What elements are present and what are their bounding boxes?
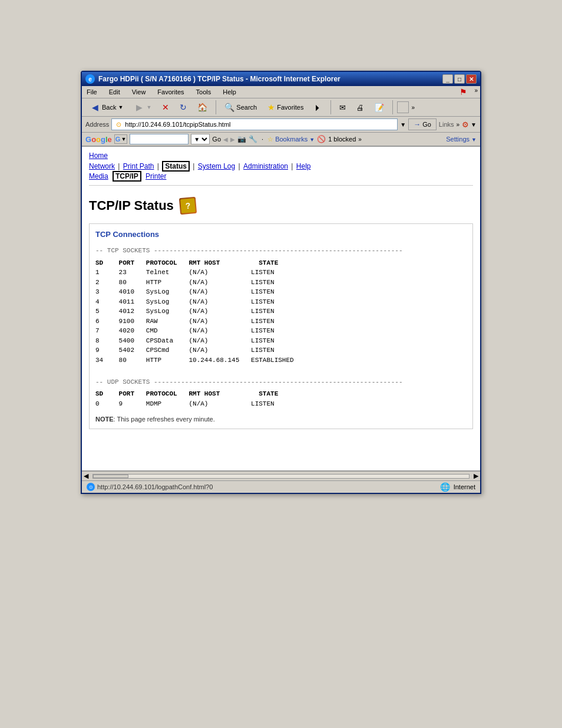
horizontal-scrollbar[interactable]: ◀ ▶	[82, 471, 480, 480]
help-book-icon[interactable]	[179, 197, 197, 215]
maximize-button[interactable]: □	[454, 74, 465, 84]
edit-btn[interactable]: 📝	[371, 101, 388, 114]
menu-tools[interactable]: Tools	[194, 87, 214, 97]
nav-help[interactable]: Help	[296, 162, 311, 170]
search-label: Search	[236, 104, 257, 111]
tcp-table-area: -- TCP SOCKETS -------------------------…	[95, 246, 467, 409]
google-bookmarks-button[interactable]: ☆ Bookmarks ▼	[267, 136, 315, 143]
favorites-button[interactable]: ★ Favorites	[263, 101, 308, 114]
status-bar: ⊙ http://10.244.69.101/logpathConf.html?…	[82, 480, 480, 493]
links-label: Links	[439, 121, 454, 128]
back-dropdown-icon[interactable]: ▼	[118, 104, 123, 110]
nav-network[interactable]: Network	[89, 162, 115, 170]
address-dropdown-icon[interactable]: ▼	[400, 121, 406, 128]
google-dropdown-icon[interactable]: ▼	[121, 136, 126, 142]
nav-links: Home Network | Print Path | Status | Sys…	[89, 151, 473, 180]
nav-print-path[interactable]: Print Path	[123, 162, 154, 170]
status-right: 🌐 Internet	[440, 482, 475, 492]
links-bar: Links »	[439, 121, 459, 128]
refresh-button[interactable]: ↻	[176, 101, 191, 114]
nav-home[interactable]: Home	[89, 151, 473, 160]
google-search-input[interactable]	[130, 134, 189, 144]
toolbar-expand[interactable]: »	[474, 87, 478, 97]
toolbar-separator-2	[330, 100, 331, 114]
status-left: ⊙ http://10.244.69.101/logpathConf.html?…	[87, 483, 213, 491]
table-row: 9 5402 CPSCmd (N/A) LISTEN	[95, 345, 467, 355]
google-options-icon: 🔧	[249, 135, 257, 143]
table-row: 34 80 HTTP 10.244.68.145 ESTABLISHED	[95, 355, 467, 365]
google-go-label[interactable]: Go	[212, 136, 221, 143]
note-text: NOTE: This page refreshes every minute.	[95, 416, 467, 423]
menu-help[interactable]: Help	[220, 87, 239, 97]
google-logo: Google	[85, 135, 112, 144]
menu-edit[interactable]: Edit	[107, 87, 123, 97]
table-row: 1 23 Telnet (N/A) LISTEN	[95, 268, 467, 278]
window-title: Fargo HDPii ( S/N A7160166 ) TCP/IP Stat…	[98, 75, 340, 83]
menu-view[interactable]: View	[130, 87, 148, 97]
toolbar-separator-3	[392, 100, 393, 114]
tcp-columns-header: SD PORT PROTOCOL RMT HOST STATE	[95, 258, 467, 268]
forward-arrow-icon: ▶	[134, 102, 144, 113]
blocked-label: 1 blocked	[328, 136, 356, 143]
back-button[interactable]: ◀ Back ▼	[85, 100, 127, 114]
refresh-icon: ↻	[180, 103, 187, 112]
print-button[interactable]: 🖨	[352, 101, 368, 114]
forward-button[interactable]: ▶ ▼	[130, 100, 156, 114]
edit-icon: 📝	[375, 103, 384, 112]
menu-file[interactable]: File	[84, 87, 100, 97]
scroll-left-arrow[interactable]: ◀	[82, 472, 90, 480]
google-language-select[interactable]: ▼	[191, 134, 210, 144]
note-label: NOTE	[95, 416, 114, 423]
address-input[interactable]: ⊙ http://10.244.69.101/tcpipStatus.html	[111, 118, 398, 130]
stop-button[interactable]: ✕	[158, 101, 173, 114]
toolbar-icon-box	[397, 101, 409, 113]
scroll-right-arrow[interactable]: ▶	[472, 472, 480, 480]
nav-row-2: Media TCP/IP Printer	[89, 172, 473, 180]
google-arrow2: ▶	[230, 136, 235, 143]
toolbar-separator-1	[216, 100, 216, 114]
nav-printer[interactable]: Printer	[146, 172, 166, 180]
page-title-text: TCP/IP Status	[89, 198, 174, 213]
table-row: 8 5400 CPSData (N/A) LISTEN	[95, 336, 467, 346]
nav-media[interactable]: Media	[89, 172, 108, 180]
favorites-label: Favorites	[277, 104, 303, 111]
nav-tcpip-current: TCP/IP	[113, 171, 141, 182]
bookmarks-dropdown[interactable]: ▼	[309, 137, 315, 143]
links-expand[interactable]: »	[457, 121, 460, 128]
nav-row-1: Network | Print Path | Status | System L…	[89, 162, 473, 170]
address-url: http://10.244.69.101/tcpipStatus.html	[125, 121, 230, 128]
browser-window: e Fargo HDPii ( S/N A7160166 ) TCP/IP St…	[81, 71, 481, 494]
menu-bar: File Edit View Favorites Tools Help ⚑ »	[82, 86, 480, 98]
table-row: 6 9100 RAW (N/A) LISTEN	[95, 317, 467, 327]
google-settings-button[interactable]: Settings ▼	[446, 136, 477, 143]
scroll-thumb[interactable]	[93, 475, 128, 478]
back-arrow-icon: ◀	[90, 102, 100, 113]
toolbar: ◀ Back ▼ ▶ ▼ ✕ ↻ 🏠 🔍 Search ★ Favorites …	[82, 98, 480, 117]
nav-administration[interactable]: Administration	[243, 162, 288, 170]
toolbar-expand-2[interactable]: »	[411, 104, 415, 111]
print-icon: 🖨	[356, 103, 364, 112]
menu-favorites[interactable]: Favorites	[155, 87, 186, 97]
go-button[interactable]: → Go	[408, 118, 437, 130]
star-icon: ☆	[267, 136, 273, 143]
note-content: : This page refreshes every minute.	[114, 416, 215, 423]
home-button[interactable]: 🏠	[193, 101, 211, 114]
minimize-button[interactable]: _	[442, 74, 453, 84]
nav-system-log[interactable]: System Log	[198, 162, 235, 170]
table-row: 3 4010 SysLog (N/A) LISTEN	[95, 287, 467, 297]
windows-flag-icon: ⚑	[459, 87, 467, 97]
search-icon: 🔍	[224, 103, 234, 112]
forward-dropdown-icon[interactable]: ▼	[146, 104, 151, 110]
google-bookmarks-label: Bookmarks	[275, 136, 308, 143]
close-button[interactable]: ✕	[466, 74, 477, 84]
media-button[interactable]: ⏵	[310, 101, 326, 114]
google-input-box[interactable]: G ▼	[114, 134, 127, 144]
blocked-expand[interactable]: »	[358, 136, 362, 143]
ie-icon: e	[85, 74, 95, 84]
mail-button[interactable]: ✉	[335, 101, 350, 114]
dropdown-icon[interactable]: ▼	[471, 121, 477, 128]
settings-dropdown-icon[interactable]: ▼	[471, 137, 477, 143]
home-icon: 🏠	[197, 103, 207, 112]
table-row: 7 4020 CMD (N/A) LISTEN	[95, 326, 467, 336]
search-button[interactable]: 🔍 Search	[220, 101, 261, 114]
